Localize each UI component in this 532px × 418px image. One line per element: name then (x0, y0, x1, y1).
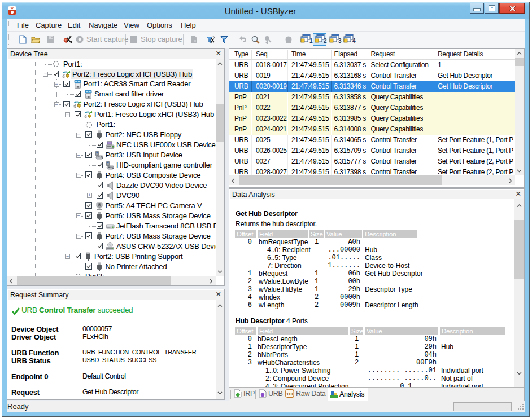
svg-text:110: 110 (286, 392, 293, 396)
